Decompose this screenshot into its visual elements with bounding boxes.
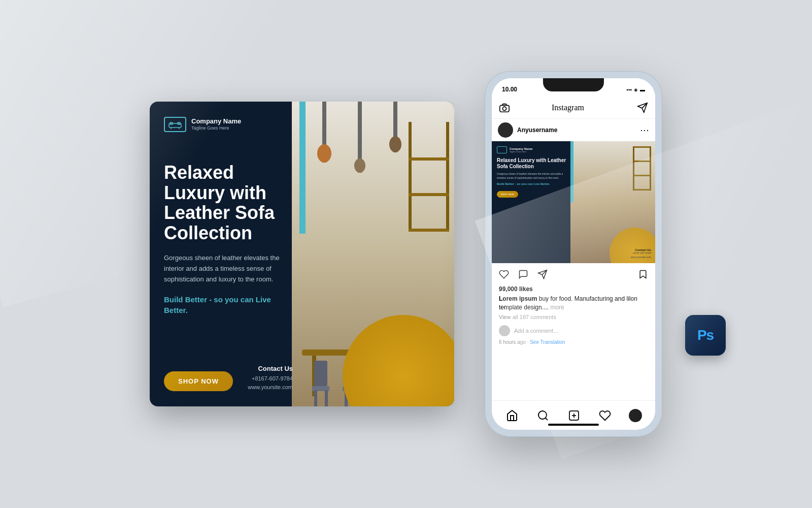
mini-shop-btn: SHOP NOW [497,191,518,198]
bookmark-icon[interactable] [637,268,649,280]
see-translation[interactable]: See Translation [530,339,565,345]
mini-banner: Company Name Tagline Goes Here Relaxed L… [492,141,655,263]
logo-text: Company Name Tagline Goes Here [191,117,241,131]
mini-banner-content: Company Name Tagline Goes Here Relaxed L… [492,141,577,263]
main-container: Company Name Tagline Goes Here Relaxed L… [0,0,812,508]
caption-more[interactable]: more [550,304,564,311]
nav-heart[interactable] [598,408,612,423]
comment-icon[interactable] [517,268,529,280]
contact-info: Contact Us +8167-607-9784 www.yoursite.c… [248,365,293,391]
send-svg [637,102,648,113]
banner-logo: Company Name Tagline Goes Here [164,117,293,132]
nav-profile[interactable] [629,409,642,422]
view-comments[interactable]: View all 187 comments [492,314,655,322]
comment-avatar [499,325,510,336]
mini-company-name: Company Name [510,147,532,150]
phone-screen: 10.00 ▪▪▪ ◈ ▬ Instagram [492,78,655,430]
phone-mockup: 10.00 ▪▪▪ ◈ ▬ Instagram [485,71,662,437]
contact-website: www.yoursite.com [248,383,293,392]
mini-desc: Gorgeous sheen of leather elevates the i… [497,172,571,180]
banner-card: Company Name Tagline Goes Here Relaxed L… [150,102,454,406]
post-image: Company Name Tagline Goes Here Relaxed L… [492,141,655,263]
lamp-shade-3 [389,136,401,152]
nav-home[interactable] [505,408,519,423]
post-header: Anyusername ⋯ [492,119,655,141]
mini-sub-tagline: Build Better - so you can Live Better. [497,182,571,185]
mini-logo-text: Company Name Tagline Goes Here [510,147,532,153]
status-icons: ▪▪▪ ◈ ▬ [626,83,645,92]
search-svg [537,409,549,422]
post-caption: Lorem ipsum buy for food. Manufacturing … [492,295,655,314]
phone-notch [543,78,604,91]
shelf [409,122,449,264]
banner-content: Company Name Tagline Goes Here Relaxed L… [150,102,307,406]
shop-now-button[interactable]: SHOP NOW [164,371,233,391]
time-text: 6 hours ago [499,339,526,345]
chair-back [314,361,327,386]
shelf-board-2 [409,157,449,161]
post-options-dots[interactable]: ⋯ [640,124,649,136]
lamp-shade-2 [354,158,365,173]
contact-label: Contact Us [248,365,293,372]
logo-icon [164,117,186,132]
svg-point-7 [538,411,547,419]
banner-description: Gorgeous sheen of leather elevates the i… [164,253,293,284]
like-icon[interactable] [498,268,510,280]
shelf-board-3 [409,193,449,196]
post-username: Anyusername [517,126,636,134]
chair-leg-l [314,390,317,406]
photoshop-icon: Ps [685,315,726,356]
post-likes: 99,000 likes [492,285,655,295]
home-indicator [548,424,599,426]
ps-label: Ps [697,327,714,343]
lamp-2 [358,102,362,173]
send-icon[interactable] [637,102,648,113]
lamp-1 [322,102,326,163]
mini-contact-website: www.yoursite.com [631,256,651,260]
post-time: 6 hours ago · See Translation [492,339,655,348]
chair-1 [312,361,330,406]
camera-svg [499,102,510,113]
company-name: Company Name [191,117,241,125]
post-actions [492,263,655,285]
banner-sub-tagline: Build Better - so you can Live Better. [164,294,293,315]
nav-search[interactable] [536,408,550,423]
shelf-side-left [409,122,412,232]
nav-heart-svg [599,409,611,422]
battery-icon: ▬ [640,87,645,92]
camera-icon[interactable] [499,102,510,113]
mini-contact: Contact Us +8167-607-9784 www.yoursite.c… [631,248,651,259]
company-tagline: Tagline Goes Here [191,125,241,132]
mini-headline: Relaxed Luxury with Leather Sofa Collect… [497,157,571,170]
post-avatar [498,122,513,138]
mini-logo: Company Name Tagline Goes Here [497,146,571,153]
signal-icon: ▪▪▪ [626,87,632,92]
banner-bottom: SHOP NOW Contact Us +8167-607-9784 www.y… [164,365,293,391]
add-svg [568,409,580,422]
sofa-icon [168,119,182,130]
share-svg [537,269,548,279]
bookmark-svg [638,269,648,279]
banner-headline: Relaxed Luxury with Leather Sofa Collect… [164,163,293,243]
mini-logo-icon [497,146,507,153]
ig-logo: Instagram [515,103,621,112]
lamp-3 [393,102,397,152]
wifi-icon: ◈ [634,87,638,92]
mini-tagline: Tagline Goes Here [510,150,532,153]
add-comment-row: Add a comment… [492,322,655,339]
ig-header: Instagram [492,97,655,119]
shelf-side-right [446,122,449,232]
share-icon[interactable] [536,268,549,280]
chair-leg-r [325,390,328,406]
comment-svg [518,269,528,279]
lamp-shade-1 [317,144,331,163]
shelf-board-4 [409,229,449,232]
comment-input[interactable]: Add a comment… [514,328,648,334]
home-svg [506,409,518,422]
caption-username: Lorem ipsum [499,295,537,302]
heart-svg [499,269,509,279]
svg-rect-0 [169,123,181,128]
status-time: 10.00 [502,82,517,93]
mini-contact-phone: +8167-607-9784 [631,251,651,256]
nav-add[interactable] [567,408,581,423]
